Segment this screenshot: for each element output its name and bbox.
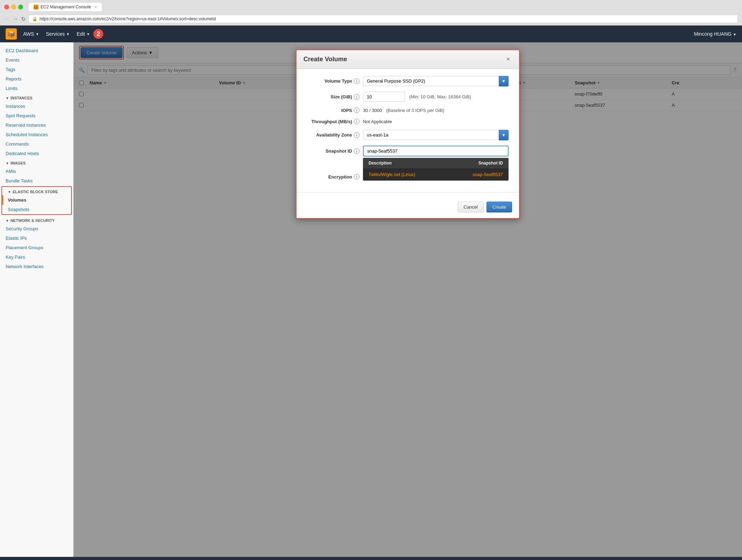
az-select-wrapper: us-east-1aus-east-1bus-east-1cus-east-1d… bbox=[363, 130, 509, 140]
sidebar-item-placement-groups[interactable]: Placement Groups bbox=[0, 243, 73, 252]
sidebar-item-snapshots[interactable]: Snapshots bbox=[2, 205, 71, 214]
nav-back-button[interactable]: ← bbox=[4, 16, 10, 22]
sidebar-item-reserved-instances[interactable]: Reserved Instances bbox=[0, 120, 73, 130]
sidebar-item-ec2-dashboard[interactable]: EC2 Dashboard bbox=[0, 46, 73, 55]
volume-type-select-wrapper: General Purpose SSD (GP2)Provisioned IOP… bbox=[363, 76, 509, 86]
throughput-label: Throughput (MB/s) i bbox=[307, 119, 363, 124]
iops-value: 30 / 3000 bbox=[363, 108, 382, 113]
iops-control: 30 / 3000 (Baseline of 3 IOPS per GiB) bbox=[363, 108, 509, 113]
images-toggle: ▼ bbox=[6, 161, 9, 165]
aws-header: 📦 AWS ▼ Services ▼ Edit ▼ 2 Mincong HUAN… bbox=[0, 26, 742, 42]
user-menu[interactable]: Mincong HUANG ▼ bbox=[694, 31, 736, 37]
sidebar-item-scheduled-instances[interactable]: Scheduled Instances bbox=[0, 130, 73, 139]
az-row: Availability Zone i us-east-1aus-east-1b… bbox=[307, 130, 509, 140]
ebs-toggle: ▼ bbox=[8, 190, 11, 194]
sidebar-item-network-interfaces[interactable]: Network Interfaces bbox=[0, 262, 73, 271]
throughput-info-icon[interactable]: i bbox=[354, 119, 359, 124]
volume-type-row: Volume Type i General Purpose SSD (GP2)P… bbox=[307, 76, 509, 86]
sidebar-item-key-pairs[interactable]: Key Pairs bbox=[0, 252, 73, 262]
nav-forward-button[interactable]: → bbox=[13, 16, 18, 22]
sidebar-item-security-groups[interactable]: Security Groups bbox=[0, 224, 73, 233]
snapshot-control: Description Snapshot ID Twilio/Wigle.net… bbox=[363, 146, 509, 156]
sidebar-item-instances[interactable]: Instances bbox=[0, 102, 73, 111]
close-button[interactable] bbox=[4, 5, 9, 9]
size-input[interactable] bbox=[363, 92, 405, 102]
sidebar-item-reports[interactable]: Reports bbox=[0, 74, 73, 84]
main-layout: EC2 Dashboard Events Tags Reports Limits… bbox=[0, 42, 742, 557]
browser-chrome: 🗂 EC2 Management Console × ← → ↻ 🔒 https… bbox=[0, 0, 742, 26]
network-section: ▼ NETWORK & SECURITY bbox=[0, 216, 73, 224]
volume-type-control: General Purpose SSD (GP2)Provisioned IOP… bbox=[363, 76, 509, 86]
nav-refresh-button[interactable]: ↻ bbox=[21, 16, 26, 22]
edit-menu-link[interactable]: Edit ▼ bbox=[73, 31, 93, 37]
tab-title: EC2 Management Console bbox=[41, 5, 91, 9]
iops-row: IOPS i 30 / 3000 (Baseline of 3 IOPS per… bbox=[307, 107, 509, 113]
size-row: Size (GiB) i (Min: 10 GiB, Max: 16384 Gi… bbox=[307, 92, 509, 102]
step2-badge: 2 bbox=[93, 29, 103, 39]
services-menu-link[interactable]: Services ▼ bbox=[42, 31, 73, 37]
cancel-button[interactable]: Cancel bbox=[458, 202, 484, 212]
modal-title: Create Volume bbox=[303, 56, 347, 63]
address-bar[interactable]: 🔒 https://console.aws.amazon.com/ec2/v2/… bbox=[28, 15, 738, 23]
iops-hint: (Baseline of 3 IOPS per GiB) bbox=[386, 108, 444, 113]
iops-info-icon[interactable]: i bbox=[354, 107, 359, 113]
volume-type-select[interactable]: General Purpose SSD (GP2)Provisioned IOP… bbox=[363, 76, 509, 86]
modal-body: Volume Type i General Purpose SSD (GP2)P… bbox=[296, 69, 519, 189]
volume-type-info-icon[interactable]: i bbox=[354, 78, 359, 84]
aws-logo: 📦 bbox=[6, 28, 17, 40]
browser-tab[interactable]: 🗂 EC2 Management Console × bbox=[29, 3, 102, 11]
snapshot-dropdown-header: Description Snapshot ID bbox=[363, 158, 509, 168]
size-control: (Min: 10 GiB, Max: 16384 GiB) bbox=[363, 92, 509, 102]
encryption-label: Encryption i bbox=[307, 174, 363, 180]
images-section: ▼ IMAGES bbox=[0, 158, 73, 167]
sidebar-item-amis[interactable]: AMIs bbox=[0, 167, 73, 176]
ebs-section-highlight: ▼ ELASTIC BLOCK STORE Volumes Snapshots bbox=[1, 186, 72, 215]
ebs-section-header: ▼ ELASTIC BLOCK STORE bbox=[2, 187, 71, 195]
create-volume-modal: Create Volume × Volume Type i General Pu… bbox=[296, 49, 520, 219]
snapshot-row: Snapshot ID i Description Snapshot ID bbox=[307, 146, 509, 156]
lock-icon: 🔒 bbox=[32, 16, 37, 21]
sidebar-item-tags[interactable]: Tags bbox=[0, 65, 73, 74]
az-control: us-east-1aus-east-1bus-east-1cus-east-1d… bbox=[363, 130, 509, 140]
modal-header: Create Volume × bbox=[296, 50, 519, 69]
sidebar: EC2 Dashboard Events Tags Reports Limits… bbox=[0, 42, 74, 557]
sidebar-item-spot-requests[interactable]: Spot Requests bbox=[0, 111, 73, 120]
footer: 💬 Feedback 🌐 English © 2008 - 2016, Amaz… bbox=[0, 557, 742, 560]
az-info-icon[interactable]: i bbox=[354, 132, 359, 138]
sidebar-item-dedicated-hosts[interactable]: Dedicated Hosts bbox=[0, 149, 73, 158]
maximize-button[interactable] bbox=[18, 5, 23, 9]
size-hint: (Min: 10 GiB, Max: 16384 GiB) bbox=[409, 94, 471, 99]
sidebar-item-volumes[interactable]: Volumes bbox=[2, 195, 71, 205]
tab-close-icon[interactable]: × bbox=[94, 5, 97, 9]
modal-close-button[interactable]: × bbox=[504, 55, 512, 64]
size-info-icon[interactable]: i bbox=[354, 94, 359, 100]
throughput-row: Throughput (MB/s) i Not Applicable bbox=[307, 119, 509, 124]
instances-section: ▼ INSTANCES bbox=[0, 93, 73, 102]
aws-menu-link[interactable]: AWS ▼ bbox=[20, 31, 42, 37]
sidebar-item-events[interactable]: Events bbox=[0, 55, 73, 65]
az-label: Availability Zone i bbox=[307, 132, 363, 138]
snapshot-id-input[interactable] bbox=[363, 146, 509, 156]
content-area: Create Volume Actions ▼ 🔍 ? Name ▼ Volum… bbox=[74, 42, 742, 557]
browser-nav: ← → ↻ 🔒 https://console.aws.amazon.com/e… bbox=[0, 13, 742, 25]
encryption-info-icon[interactable]: i bbox=[354, 174, 359, 180]
volume-type-label: Volume Type i bbox=[307, 78, 363, 84]
snapshot-dropdown: Description Snapshot ID Twilio/Wigle.net… bbox=[363, 158, 509, 181]
snapshot-dropdown-item[interactable]: Twilio/Wigle.net (Linux) snap-5eaf5537 bbox=[363, 168, 509, 181]
size-label: Size (GiB) i bbox=[307, 94, 363, 100]
modal-overlay: Create Volume × Volume Type i General Pu… bbox=[74, 42, 742, 557]
sidebar-item-commands[interactable]: Commands bbox=[0, 139, 73, 149]
minimize-button[interactable] bbox=[11, 5, 16, 9]
az-select[interactable]: us-east-1aus-east-1bus-east-1cus-east-1d… bbox=[363, 130, 509, 140]
iops-label: IOPS i bbox=[307, 107, 363, 113]
create-button[interactable]: Create bbox=[486, 202, 512, 212]
sidebar-item-elastic-ips[interactable]: Elastic IPs bbox=[0, 233, 73, 243]
sidebar-item-bundle-tasks[interactable]: Bundle Tasks bbox=[0, 176, 73, 186]
snapshot-label: Snapshot ID i bbox=[307, 148, 363, 154]
throughput-control: Not Applicable bbox=[363, 119, 509, 124]
network-toggle: ▼ bbox=[6, 219, 9, 223]
sidebar-item-limits[interactable]: Limits bbox=[0, 84, 73, 93]
instances-toggle: ▼ bbox=[6, 96, 9, 100]
traffic-lights bbox=[4, 5, 23, 9]
snapshot-info-icon[interactable]: i bbox=[354, 148, 359, 154]
